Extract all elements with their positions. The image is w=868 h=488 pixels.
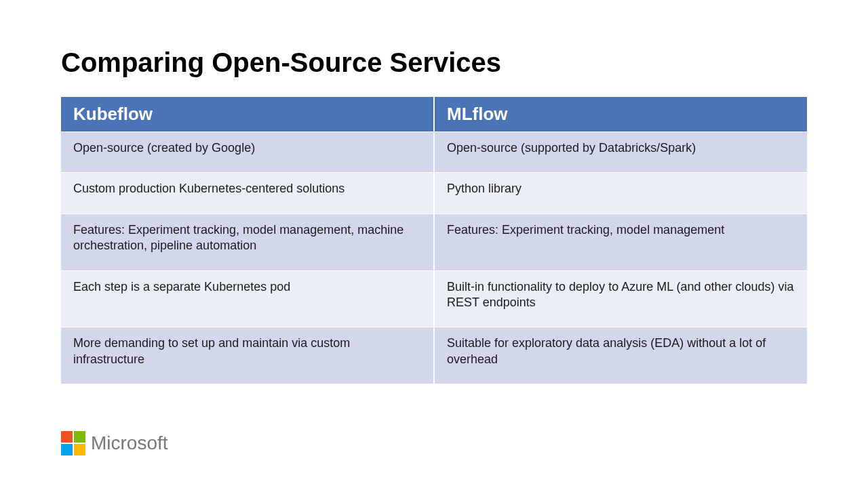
table-cell: Each step is a separate Kubernetes pod bbox=[61, 270, 434, 327]
table-cell: Features: Experiment tracking, model man… bbox=[61, 214, 434, 270]
table-header-row: Kubeflow MLflow bbox=[61, 97, 807, 132]
page-title: Comparing Open-Source Services bbox=[61, 47, 807, 78]
slide: Comparing Open-Source Services Kubeflow … bbox=[0, 0, 868, 488]
table-row: Each step is a separate Kubernetes pod B… bbox=[61, 270, 807, 327]
table-header-kubeflow: Kubeflow bbox=[61, 97, 434, 132]
table-cell: Built-in functionality to deploy to Azur… bbox=[434, 270, 807, 327]
table-cell: Features: Experiment tracking, model man… bbox=[434, 214, 807, 270]
table-cell: Suitable for exploratory data analysis (… bbox=[434, 327, 807, 384]
table-cell: Custom production Kubernetes-centered so… bbox=[61, 173, 434, 214]
table-cell: More demanding to set up and maintain vi… bbox=[61, 327, 434, 384]
table-cell: Open-source (supported by Databricks/Spa… bbox=[434, 132, 807, 173]
table-cell: Open-source (created by Google) bbox=[61, 132, 434, 173]
table-row: More demanding to set up and maintain vi… bbox=[61, 327, 807, 384]
table-row: Open-source (created by Google) Open-sou… bbox=[61, 132, 807, 173]
brand-label: Microsoft bbox=[91, 432, 168, 454]
comparison-table: Kubeflow MLflow Open-source (created by … bbox=[61, 97, 807, 384]
microsoft-logo-icon bbox=[61, 431, 85, 455]
table-header-mlflow: MLflow bbox=[434, 97, 807, 132]
table-row: Custom production Kubernetes-centered so… bbox=[61, 173, 807, 214]
table-cell: Python library bbox=[434, 173, 807, 214]
table-row: Features: Experiment tracking, model man… bbox=[61, 214, 807, 270]
footer: Microsoft bbox=[61, 431, 168, 455]
